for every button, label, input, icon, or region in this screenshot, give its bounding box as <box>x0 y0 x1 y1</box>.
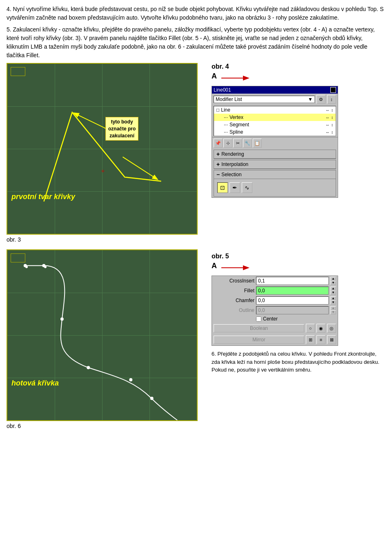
annotation-zakulaceni: tyto bodyoznačte prozakulacení <box>105 117 138 141</box>
a-label-container-5: A <box>212 262 385 274</box>
vertex-dot-1 <box>25 266 28 268</box>
grid-line-6 <box>55 250 55 420</box>
viewport-6: hotová křivka <box>7 249 198 421</box>
tree-arrows-line: ↔ <box>325 108 330 112</box>
rollout-selection-header[interactable]: − Selection <box>214 170 336 179</box>
icon-toolbar: 📌 ⊹ ✂ 🔧 📋 <box>212 137 338 149</box>
modifier-list-label: Modifier List <box>216 96 242 102</box>
icon-btn-pin[interactable]: 📌 <box>214 139 223 148</box>
panel-title: Line001 <box>214 87 231 93</box>
icon-btn-select[interactable]: ⊹ <box>223 139 232 148</box>
tree-arrows2-line: ↕ <box>331 108 333 112</box>
sel-icon-vertex[interactable]: ⊡ <box>217 182 228 193</box>
tree-item-vertex[interactable]: ··· Vertex ↔ ↕ <box>214 114 336 121</box>
mirror-btn[interactable]: Mirror <box>214 336 304 344</box>
mirror-row: Mirror ⊞ ≡ ⊠ <box>212 334 338 345</box>
boolean-icon-2[interactable]: ◉ <box>316 324 325 333</box>
rollout-interpolation-sign: + <box>216 161 220 168</box>
tree-arrows2-segment: ↕ <box>331 123 333 127</box>
icon-btn-cut[interactable]: ✂ <box>233 139 242 148</box>
grid-line <box>149 64 150 234</box>
svg-line-1 <box>123 157 157 179</box>
fillet-arrows: ▲ ▼ <box>330 287 336 295</box>
boolean-icon-1[interactable]: ○ <box>306 324 315 333</box>
rollout-interpolation-header[interactable]: + Interpolation <box>214 160 336 169</box>
rollout-selection-label: Selection <box>221 172 241 177</box>
panel-4: Line001 Modifier List ▼ ⚙ ↕ □ Li <box>212 86 338 198</box>
tree-icon-line: □ <box>216 107 219 113</box>
tree-arrows2-spline: ↕ <box>331 130 333 134</box>
rollout-rendering-header[interactable]: + Rendering <box>214 150 336 159</box>
figure-6: hotová křivka obr. 6 <box>7 249 207 429</box>
outline-arrows: ▲ ▼ <box>330 306 336 314</box>
tree-item-segment[interactable]: ··· Segment ↔ ↕ <box>214 121 336 128</box>
chamfer-row: Chamfer ▲ ▼ <box>212 296 338 305</box>
rollout-rendering-sign: + <box>216 151 220 157</box>
a-label-container-4: A <box>212 72 385 84</box>
selection-icons: ⊡ ✒ ∿ <box>216 181 334 195</box>
center-row: Center <box>212 315 338 323</box>
outline-label: Outline <box>214 307 254 313</box>
hotova-label: hotová křivka <box>11 379 59 388</box>
tree-icon-spline: ··· <box>224 129 228 135</box>
rollout-rendering: + Rendering <box>214 150 336 159</box>
outline-row: Outline ▲ ▼ <box>212 305 338 315</box>
figure-row-6-5: hotová křivka obr. 6 obr. 5 A <box>7 249 385 429</box>
dropdown-arrow: ▼ <box>308 96 313 102</box>
outline-field <box>256 306 329 314</box>
fillet-row: Fillet ▲ ▼ <box>212 286 338 296</box>
sel-icon-wave[interactable]: ∿ <box>242 182 252 193</box>
tree-arrows-segment: ↔ <box>325 123 330 127</box>
vertex-dot-2 <box>44 266 47 268</box>
mirror-icon-3[interactable]: ⊠ <box>327 335 336 344</box>
boolean-row: Boolean ○ ◉ ◎ <box>212 323 338 334</box>
crossinsert-up[interactable]: ▲ <box>330 277 336 281</box>
grid-line <box>102 64 102 234</box>
crossinsert-label: CrossInsert <box>214 278 254 284</box>
center-checkbox[interactable] <box>256 316 261 322</box>
icon-btn-paste[interactable]: 📋 <box>253 139 262 148</box>
modifier-row: Modifier List ▼ ⚙ ↕ <box>212 94 338 105</box>
fillet-up[interactable]: ▲ <box>330 287 336 291</box>
boolean-btn[interactable]: Boolean <box>214 324 304 332</box>
obr3-label: obr. 3 <box>7 236 207 243</box>
center-label: Center <box>263 316 278 322</box>
paragraph-6: 6. Přejděte z podobjektů na celou křivku… <box>212 350 385 374</box>
icon-btn-copy[interactable]: 🔧 <box>243 139 252 148</box>
tree-item-line[interactable]: □ Line ↔ ↕ <box>214 106 336 114</box>
tree-label-vertex: Vertex <box>229 114 243 120</box>
tree-label-segment: Segment <box>229 122 249 128</box>
obr5-header: obr. 5 <box>212 253 385 260</box>
viewport-small-rect-6 <box>11 253 25 262</box>
svg-point-9 <box>129 378 132 381</box>
modifier-settings-btn[interactable]: ⚙ <box>316 95 325 104</box>
viewport-small-rect <box>11 67 25 76</box>
mirror-icon-1[interactable]: ⊞ <box>306 335 315 344</box>
page: 4. Nyní vytvoříme křivku, která bude pře… <box>0 0 392 441</box>
grid-line <box>55 64 55 234</box>
svg-point-8 <box>87 366 90 369</box>
modifier-arrows-btn[interactable]: ↕ <box>327 95 336 104</box>
modifier-dropdown[interactable]: Modifier List ▼ <box>214 96 315 103</box>
paragraph-5: 5. Zakulacení křivky - označte křivku, p… <box>7 25 385 60</box>
crossinsert-down[interactable]: ▼ <box>330 281 336 285</box>
crossinsert-field[interactable] <box>256 277 329 285</box>
chamfer-field[interactable] <box>256 296 329 305</box>
fillet-down[interactable]: ▼ <box>330 291 336 295</box>
grid-line-6 <box>102 250 102 420</box>
outline-up: ▲ <box>330 306 336 310</box>
obr6-label: obr. 6 <box>7 423 207 429</box>
mirror-icon-2[interactable]: ≡ <box>316 335 325 344</box>
sel-icon-pen[interactable]: ✒ <box>229 182 240 193</box>
rollout-interpolation: + Interpolation <box>214 160 336 169</box>
tree-arrows-vertex: ↔ <box>325 115 330 120</box>
a-label-4: A <box>212 72 217 81</box>
tree-item-spline[interactable]: ··· Spline ↔ ↕ <box>214 128 336 136</box>
panel-colorbox <box>330 87 336 93</box>
chamfer-up[interactable]: ▲ <box>330 296 336 300</box>
fillet-field[interactable] <box>256 287 329 295</box>
boolean-icon-3[interactable]: ◎ <box>327 324 336 333</box>
panel-titlebar: Line001 <box>212 86 338 94</box>
tree-arrows-spline: ↔ <box>325 130 330 134</box>
chamfer-down[interactable]: ▼ <box>330 300 336 305</box>
